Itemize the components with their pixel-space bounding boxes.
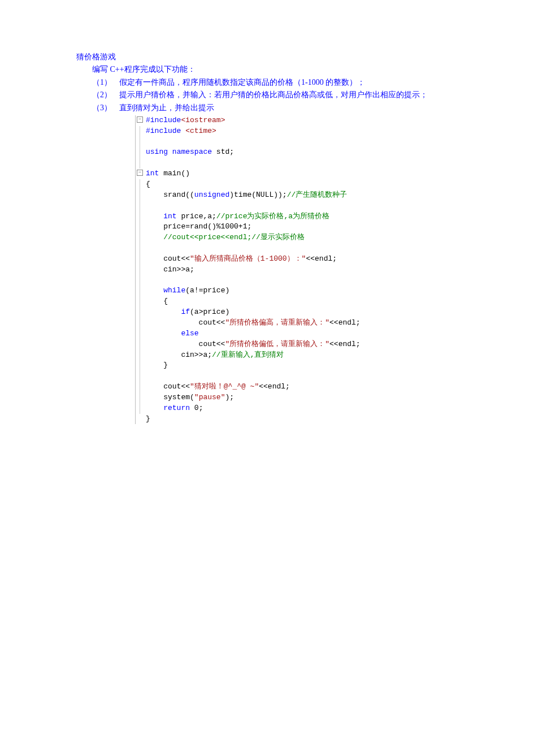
fold-line-icon [140,126,140,137]
code-text [146,212,163,221]
code-line: while(a!=price) [136,286,384,296]
fold-line-icon [140,190,140,201]
list-item: （1）假定有一件商品，程序用随机数指定该商品的价格（1-1000 的整数）； [76,76,458,89]
code-text: <<endl; [329,340,361,348]
code-line: system("pause"); [136,392,384,403]
code-text: std; [212,148,234,156]
code-line [136,201,384,211]
code-text: srand(( [146,191,194,199]
code-line: cin>>a; [136,265,384,275]
fold-line-icon [140,392,140,403]
code-line: } [136,414,384,425]
code-text: if [181,308,190,316]
fold-line-icon [140,254,140,265]
fold-line-icon [140,201,140,211]
fold-line-icon [140,243,140,254]
code-line: return 0; [136,403,384,414]
code-text [146,308,181,316]
code-text [146,404,163,412]
code-line: cin>>a;//重新输入,直到猜对 [136,350,384,361]
code-text: 0; [190,404,203,412]
code-text: <<endl; [329,318,361,327]
code-line: int price,a;//price为实际价格,a为所猜价格 [136,211,384,222]
fold-line-icon [140,211,140,222]
code-line: { [136,296,384,307]
code-text: main() [159,169,190,178]
code-text: //cout<<price<<endl;//显示实际价格 [146,233,305,241]
fold-line-icon [140,296,140,307]
code-text: system( [146,393,194,401]
list-item: （2）提示用户猜价格，并输入：若用户猜的价格比商品价格高或低，对用户作出相应的提… [76,89,458,101]
code-line: cout<<"输入所猜商品价格（1-1000）："<<endl; [136,254,384,265]
code-line: −int main() [136,169,384,179]
code-line: using namespace std; [136,147,384,158]
code-line: } [136,360,384,371]
fold-line-icon [140,339,140,350]
code-text: int [163,212,176,221]
code-line: //cout<<price<<endl;//显示实际价格 [136,232,384,243]
fold-line-icon [140,329,140,339]
code-text: cout<< [146,382,190,391]
fold-line-icon [140,286,140,296]
code-text [168,148,172,156]
fold-line-icon [140,147,140,158]
fold-line-icon [140,179,140,190]
code-line: #include <ctime> [136,126,384,137]
code-text: price,a; [177,212,216,221]
code-text: cout<< [146,340,225,348]
code-line [136,243,384,254]
fold-line-icon [140,371,140,382]
fold-line-icon [140,360,140,371]
code-block: −#include<iostream> #include <ctime> usi… [135,115,384,424]
item-num: （1） [92,76,119,89]
code-line: { [136,179,384,190]
code-text [146,329,181,338]
code-line: srand((unsigned)time(NULL));//产生随机数种子 [136,190,384,201]
fold-line-icon [140,318,140,329]
fold-minus-icon: − [137,116,143,123]
code-line: if(a>price) [136,307,384,318]
code-text [146,286,163,295]
list-item: （3）直到猜对为止，并给出提示 [76,102,458,114]
code-text: "所猜价格偏高，请重新输入：" [225,318,329,327]
code-text: } [146,361,168,369]
code-text: //price为实际价格,a为所猜价格 [216,212,329,221]
code-text: cout<< [146,254,190,263]
fold-minus-icon: − [137,170,143,176]
code-line: else [136,329,384,339]
code-text: { [146,180,150,188]
code-text: "猜对啦！@^_^@ ~" [190,382,259,391]
code-text: using [146,148,168,156]
code-text: )time(NULL)); [229,191,286,199]
code-text: int [146,169,159,178]
code-text: cout<< [146,318,225,327]
fold-line-icon [140,232,140,243]
code-line [136,371,384,382]
fold-line-icon [140,222,140,232]
item-num: （3） [92,102,119,114]
code-text: //重新输入,直到猜对 [212,351,284,359]
fold-line-icon [140,382,140,392]
code-line: price=rand()%1000+1; [136,222,384,232]
fold-line-icon [140,350,140,361]
code-text: <ctime> [185,127,216,135]
code-text: <iostream> [181,116,225,124]
code-text: "输入所猜商品价格（1-1000）：" [190,254,306,263]
fold-line-icon [140,275,140,286]
item-num: （2） [92,89,119,101]
item-text: 直到猜对为止，并给出提示 [119,102,430,114]
code-text: "所猜价格偏低，请重新输入：" [225,340,329,348]
code-text: ); [225,393,234,401]
code-text: #include [146,116,181,124]
intro-text: 编写 C++程序完成以下功能： [76,63,458,76]
code-text: cin>>a; [146,265,194,274]
fold-line-icon [140,265,140,275]
fold-line-icon [140,307,140,318]
code-text: cin>>a; [146,351,212,359]
code-text: price=rand()%1000+1; [146,222,251,231]
code-line: cout<<"所猜价格偏高，请重新输入："<<endl; [136,318,384,329]
code-line [136,137,384,148]
code-text: { [146,297,168,305]
code-text: return [163,404,190,412]
fold-line-icon [140,403,140,414]
